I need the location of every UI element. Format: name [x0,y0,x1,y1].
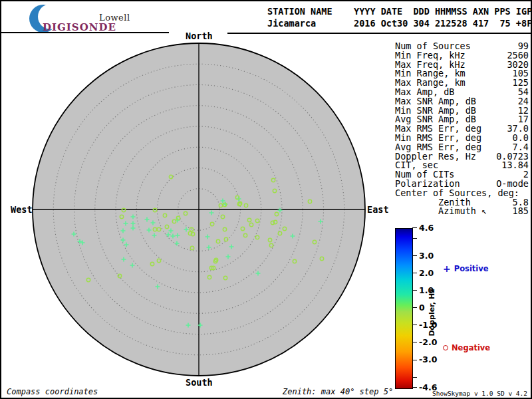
digisonde-logo: Lowell DIGISONDE [27,3,166,33]
colorbar-tick [412,255,417,256]
compass-label-east: East [367,204,389,215]
colorbar-tick [412,360,417,360]
colorbar-axis-label: Doppler, Hz [428,286,437,339]
legend-negative: Negative [443,343,490,352]
footer-version-note: ShowSkymap v 1.0 SD v 4.2 [432,390,527,397]
negative-circle-icon [443,345,448,350]
colorbar-tick-label: 3.0 [419,251,434,261]
compass-label-south: South [186,377,213,388]
compass-label-west: West [11,204,33,215]
positive-plus-icon: + [443,265,451,272]
legend-negative-label: Negative [452,343,490,352]
colorbar-tick-label: -3.0 [419,354,437,365]
colorbar-tick [412,238,417,239]
colorbar-tick [412,290,417,291]
footer-zenith-note: Zenith: max 40° step 5° [283,387,393,396]
header-column-labels: STATION NAME YYYY DATE DDD HHMMSS AXN PP… [267,6,532,17]
colorbar-tick [412,377,417,378]
header-station-values: Jicamarca 2016 Oct30 304 212528 417 75 +… [267,18,532,29]
colorbar-tick [412,342,417,342]
footer-coordinates-note: Compass coordinates [7,387,98,396]
colorbar-tick [412,227,417,228]
legend-positive-label: Positive [454,264,489,273]
colorbar-tick-label: 0 [419,303,425,313]
stat-value: 185 [513,207,529,216]
stat-row: Azimuth ↖185 [395,207,529,216]
logo-divider [1,32,169,33]
colorbar-tick-label: 4.6 [419,223,434,233]
compass-label-north: North [186,31,213,41]
colorbar-tick [412,325,417,325]
header-divider [227,33,532,34]
colorbar-tick [412,387,417,388]
colorbar-tick-label: 2.0 [419,268,434,279]
legend-positive: + Positive [443,264,489,273]
doppler-colorbar [395,228,413,389]
colorbar-tick [412,307,417,308]
colorbar-tick [412,273,417,273]
stats-panel: Num of Sources99Min Freq, kHz2560Max Fre… [395,42,529,216]
skymap-window: Lowell DIGISONDE STATION NAME YYYY DATE … [0,0,532,399]
stat-label: Azimuth ↖ [395,207,487,216]
